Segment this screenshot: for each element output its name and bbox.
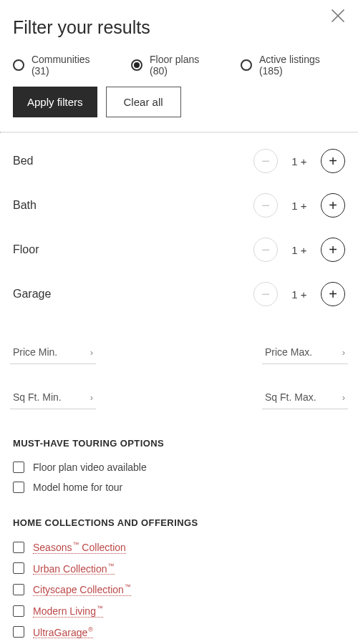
checkbox-icon <box>13 462 24 473</box>
stepper-garage: Garage − 1 + + <box>13 272 345 316</box>
page-title: Filter your results <box>13 17 345 38</box>
close-icon[interactable] <box>328 6 348 26</box>
plus-icon[interactable]: + <box>321 193 345 218</box>
chevron-right-icon: › <box>342 347 345 358</box>
stepper-value: 1 + <box>291 200 308 212</box>
stepper-value: 1 + <box>291 244 308 256</box>
checkbox-icon <box>13 482 24 493</box>
minus-icon[interactable]: − <box>253 238 278 262</box>
checkbox-icon <box>13 605 24 617</box>
checkbox-icon <box>13 562 24 574</box>
tab-active-listings[interactable]: Active listings (185) <box>241 54 345 77</box>
radio-icon <box>241 59 252 71</box>
stepper-floor: Floor − 1 + + <box>13 228 345 272</box>
radio-icon <box>131 59 142 71</box>
stepper-value: 1 + <box>291 288 308 301</box>
chevron-right-icon: › <box>342 392 345 403</box>
minus-icon[interactable]: − <box>253 282 278 306</box>
stepper-bed: Bed − 1 + + <box>13 139 345 183</box>
filter-tabs: Communities (31) Floor plans (80) Active… <box>0 41 358 87</box>
checkbox-modern-living[interactable]: Modern Living™ <box>13 600 345 622</box>
range-label: Sq Ft. Max. <box>265 391 316 403</box>
range-label: Sq Ft. Min. <box>13 391 62 403</box>
minus-icon[interactable]: − <box>253 149 278 173</box>
checkbox-icon <box>13 626 24 638</box>
sqft-min-select[interactable]: Sq Ft. Min. › <box>10 387 96 409</box>
checkbox-label: Model home for tour <box>33 482 122 493</box>
collection-link[interactable]: Cityscape Collection™ <box>33 583 131 596</box>
stepper-label: Floor <box>13 243 39 256</box>
chevron-right-icon: › <box>90 347 93 358</box>
checkbox-urban-collection[interactable]: Urban Collection™ <box>13 558 345 580</box>
stepper-label: Bed <box>13 155 33 167</box>
checkbox-icon <box>13 584 24 595</box>
checkbox-floor-plan-video[interactable]: Floor plan video available <box>13 457 345 477</box>
plus-icon[interactable]: + <box>321 238 345 262</box>
checkbox-model-home-tour[interactable]: Model home for tour <box>13 477 345 497</box>
checkbox-icon <box>13 542 24 553</box>
price-max-select[interactable]: Price Max. › <box>262 342 348 364</box>
plus-icon[interactable]: + <box>321 149 345 173</box>
stepper-label: Bath <box>13 199 37 212</box>
tab-label: Active listings (185) <box>259 54 345 77</box>
apply-filters-button[interactable]: Apply filters <box>13 87 97 117</box>
stepper-label: Garage <box>13 288 51 301</box>
clear-all-button[interactable]: Clear all <box>106 87 181 117</box>
stepper-bath: Bath − 1 + + <box>13 183 345 228</box>
collections-heading: HOME COLLECTIONS AND OFFERINGS <box>13 517 345 528</box>
tab-communities[interactable]: Communities (31) <box>13 54 110 77</box>
checkbox-label: Floor plan video available <box>33 462 147 473</box>
plus-icon[interactable]: + <box>321 282 345 306</box>
collection-link[interactable]: Urban Collection™ <box>33 562 115 575</box>
tab-label: Floor plans (80) <box>150 54 219 77</box>
collection-link[interactable]: UltraGarage® <box>33 626 93 639</box>
radio-icon <box>13 59 24 71</box>
tab-label: Communities (31) <box>32 54 110 77</box>
range-label: Price Max. <box>265 346 312 358</box>
collection-link[interactable]: Seasons™ Collection <box>33 541 126 554</box>
checkbox-cityscape-collection[interactable]: Cityscape Collection™ <box>13 579 345 600</box>
minus-icon[interactable]: − <box>253 193 278 218</box>
stepper-value: 1 + <box>291 155 308 167</box>
touring-options-heading: MUST-HAVE TOURING OPTIONS <box>13 438 345 449</box>
checkbox-ultragarage[interactable]: UltraGarage® <box>13 622 345 643</box>
price-min-select[interactable]: Price Min. › <box>10 342 96 364</box>
collection-link[interactable]: Modern Living™ <box>33 605 103 618</box>
range-label: Price Min. <box>13 346 57 358</box>
checkbox-seasons-collection[interactable]: Seasons™ Collection <box>13 537 345 558</box>
chevron-right-icon: › <box>90 392 93 403</box>
sqft-max-select[interactable]: Sq Ft. Max. › <box>262 387 348 409</box>
tab-floorplans[interactable]: Floor plans (80) <box>131 54 219 77</box>
